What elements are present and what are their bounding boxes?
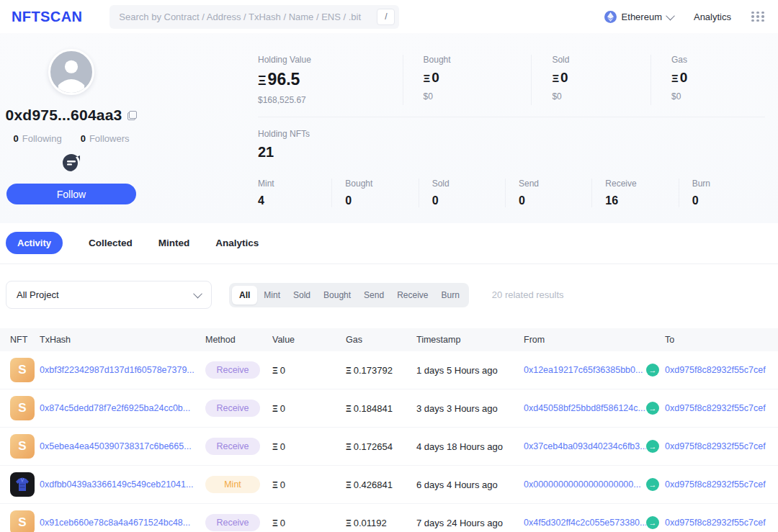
activity-counters-row: Mint 4 Bought 0 Sold 0 Send 0 Receive 16… [245,179,765,207]
col-value: Value [272,335,346,345]
gas-usd: $0 [671,91,765,102]
send-counter-value: 0 [519,194,591,207]
table-row: 0xdfbb0439a3366149c549ceb21041... Mint Ξ… [0,466,778,504]
gas-label: Gas [671,55,765,65]
table-header: NFT TxHash Method Value Gas Timestamp Fr… [0,328,778,351]
from-address-link[interactable]: 0x37ceb4ba093d40234c6fb3... [524,441,646,451]
from-address-link[interactable]: 0x4f5d302ff4c2c055e573380... [524,518,646,528]
sold-eth: 0 [560,70,568,85]
bought-usd: $0 [424,91,532,102]
project-select[interactable]: All Project [6,281,212,309]
apps-grid-icon[interactable] [751,12,765,22]
pill-all[interactable]: All [232,286,257,305]
followers-stat[interactable]: 0Followers [81,133,130,144]
pill-sold[interactable]: Sold [287,286,317,305]
tab-analytics[interactable]: Analytics [215,238,259,248]
to-address-link[interactable]: 0xd975f8c82932f55c7cef [665,518,778,528]
gas-value-stat: Gas Ξ0 $0 [650,55,765,105]
from-address-link[interactable]: 0x12ea19217c65f36385bb0... [524,365,646,375]
txhash-link[interactable]: 0x5ebea4ea450390738317c6be665... [40,441,205,451]
to-address-link[interactable]: 0xd975f8c82932f55c7cef [665,403,778,413]
top-navigation-bar: NFTSCAN / Ethereum Analytics [0,0,778,33]
mint-counter: Mint 4 [245,179,331,207]
gas-cell: Ξ0.01192 [346,518,416,528]
transfer-arrow-icon: → [646,364,659,377]
timestamp-cell: 4 days 18 Hours ago [416,441,524,452]
eth-symbol: Ξ [258,73,267,88]
timestamp-cell: 6 days 4 Hours ago [416,479,524,490]
profile-tabs: Activity Collected Minted Analytics [0,223,778,264]
transfer-arrow-icon: → [646,516,659,529]
nft-thumbnail[interactable]: S [10,358,35,382]
nft-thumbnail[interactable]: S [10,510,35,532]
eth-symbol: Ξ [671,72,679,84]
nft-thumbnail[interactable] [10,472,35,497]
from-address-link[interactable]: 0xd45058bf25bbd8f586124c... [524,403,646,413]
gas-amount: 0.01192 [354,518,387,528]
to-address-link[interactable]: 0xd975f8c82932f55c7cef [665,479,778,490]
txhash-link[interactable]: 0x874c5dedd78f7e2f6925ba24cc0b... [40,403,205,413]
nftscan-logo[interactable]: NFTSCAN [12,9,82,25]
following-stat[interactable]: 0Following [13,133,61,144]
txhash-link[interactable]: 0xdfbb0439a3366149c549ceb21041... [40,479,205,490]
nav-analytics-link[interactable]: Analytics [694,12,731,22]
gas-amount: 0.173792 [354,365,393,376]
bought-counter: Bought 0 [331,179,418,207]
transfer-arrow-icon: → [646,478,659,491]
bought-counter-label: Bought [345,179,418,189]
value-amount: 0 [280,365,285,376]
tab-activity[interactable]: Activity [6,232,63,254]
table-row: S 0xbf3f22342987d137d1f60578e7379... Rec… [0,351,778,389]
to-address-link[interactable]: 0xd975f8c82932f55c7cef [665,365,778,375]
chain-selector[interactable]: Ethereum [604,11,674,23]
from-address-link[interactable]: 0x00000000000000000000... [524,479,646,490]
eth-symbol: Ξ [272,442,278,452]
followers-label: Followers [89,133,130,144]
holding-nfts-value: 21 [258,144,765,161]
col-nft: NFT [10,335,40,345]
tab-collected[interactable]: Collected [89,238,133,248]
nft-thumbnail[interactable]: S [10,396,35,420]
receive-counter: Receive 16 [591,179,678,207]
txhash-link[interactable]: 0xbf3f22342987d137d1f60578e7379... [40,365,205,375]
copy-address-icon[interactable] [128,111,137,120]
bought-value-stat: Bought Ξ0 $0 [403,55,532,105]
holding-value-eth: 96.5 [268,70,300,89]
tab-minted[interactable]: Minted [158,238,190,248]
search-bar[interactable]: / [109,5,399,29]
gas-cell: Ξ0.172654 [346,441,416,452]
to-address-link[interactable]: 0xd975f8c82932f55c7cef [665,441,778,451]
col-txhash: TxHash [40,335,205,345]
pill-receive[interactable]: Receive [390,286,434,305]
table-row: S 0x91ceb660e78c8a4a4671524bc48... Recei… [0,504,778,532]
holding-nfts-label: Holding NFTs [258,129,765,139]
eth-symbol: Ξ [424,72,431,84]
filter-row: All Project All Mint Sold Bought Send Re… [0,264,778,309]
transfer-arrow-icon: → [646,440,659,453]
txhash-link[interactable]: 0x91ceb660e78c8a4a4671524bc48... [40,518,205,528]
chain-selected-label: Ethereum [622,12,662,22]
follow-button[interactable]: Follow [6,184,136,204]
following-label: Following [22,133,62,144]
col-from: From [524,335,646,345]
value-stats-row: Holding Value Ξ96.5 $168,525.67 Bought Ξ… [245,55,765,105]
pill-bought[interactable]: Bought [317,286,357,305]
method-badge: Receive [205,514,260,531]
search-input[interactable] [119,12,377,22]
nft-thumbnail[interactable]: S [10,434,35,459]
project-select-value: All Project [17,289,59,300]
value-cell: Ξ0 [272,518,346,528]
eth-symbol: Ξ [346,480,352,490]
chevron-down-icon [666,11,675,20]
pill-mint[interactable]: Mint [257,286,287,305]
gas-amount: 0.172654 [354,441,393,452]
pill-burn[interactable]: Burn [434,286,465,305]
holding-nfts-stat: Holding NFTs 21 [245,129,765,161]
table-row: S 0x5ebea4ea450390738317c6be665... Recei… [0,428,778,466]
gas-eth: 0 [680,70,688,85]
chevron-down-icon [193,289,202,299]
pill-send[interactable]: Send [357,286,390,305]
value-cell: Ξ0 [272,441,346,452]
chat-icon[interactable] [62,153,81,175]
gas-cell: Ξ0.184841 [346,403,416,414]
